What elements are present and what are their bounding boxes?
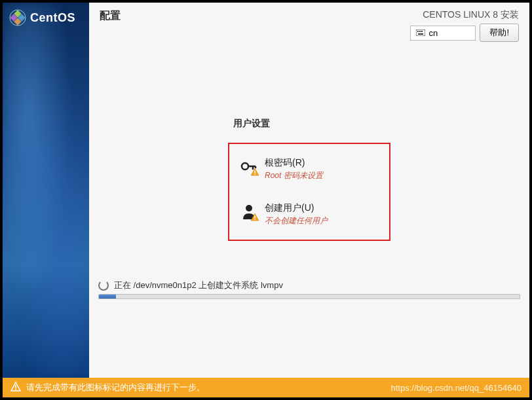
svg-point-13 — [246, 205, 252, 211]
svg-rect-7 — [419, 31, 421, 32]
create-user-title: 创建用户(U) — [265, 202, 373, 214]
svg-rect-6 — [417, 31, 419, 32]
warning-bar: 请先完成带有此图标标记的内容再进行下一步。 https://blog.csdn.… — [3, 378, 529, 397]
warning-text: 请先完成带有此图标标记的内容再进行下一步。 — [26, 382, 205, 393]
user-settings-heading: 用户设置 — [228, 118, 390, 130]
svg-rect-12 — [254, 174, 255, 175]
warning-badge-icon — [250, 213, 259, 222]
center-area: 用户设置 根密码(R) — [89, 46, 529, 280]
root-password-title: 根密码(R) — [265, 157, 373, 169]
warning-triangle-icon — [10, 382, 21, 394]
user-icon — [240, 202, 258, 221]
svg-rect-11 — [254, 171, 255, 173]
svg-rect-15 — [254, 219, 255, 220]
root-password-spoke[interactable]: 根密码(R) Root 密码未设置 — [240, 155, 373, 184]
svg-point-10 — [242, 163, 248, 170]
page-title: 配置 — [100, 9, 121, 23]
content-area: 配置 CENTOS LINUX 8 安装 cn 帮助! — [89, 3, 529, 378]
warning-badge-icon — [250, 168, 259, 177]
svg-rect-9 — [418, 33, 423, 35]
watermark-text: https://blog.csdn.net/qq_46154640 — [391, 383, 522, 393]
topbar: 配置 CENTOS LINUX 8 安装 cn 帮助! — [89, 3, 529, 46]
svg-rect-5 — [416, 29, 425, 36]
centos-logo-icon — [9, 9, 26, 26]
svg-rect-16 — [15, 385, 16, 388]
spinner-icon — [98, 280, 109, 291]
keyboard-layout-code: cn — [428, 28, 438, 38]
keyboard-icon — [416, 28, 425, 38]
key-icon — [240, 157, 258, 175]
progress-text: 正在 /dev/nvme0n1p2 上创建文件系统 lvmpv — [114, 280, 283, 291]
user-settings-box: 根密码(R) Root 密码未设置 — [228, 143, 390, 241]
brand-name: CentOS — [30, 11, 75, 25]
svg-rect-14 — [254, 216, 255, 219]
svg-rect-17 — [15, 389, 16, 390]
progress-bar — [98, 294, 520, 299]
create-user-status: 不会创建任何用户 — [265, 215, 373, 227]
root-password-status: Root 密码未设置 — [265, 170, 373, 181]
help-button[interactable]: 帮助! — [480, 24, 519, 42]
keyboard-layout-selector[interactable]: cn — [410, 26, 476, 41]
svg-rect-8 — [421, 31, 423, 32]
progress-fill — [99, 295, 116, 299]
brand: CentOS — [9, 9, 75, 26]
install-title: CENTOS LINUX 8 安装 — [410, 9, 519, 21]
sidebar: CentOS — [3, 3, 89, 378]
progress-area: 正在 /dev/nvme0n1p2 上创建文件系统 lvmpv — [89, 280, 529, 378]
create-user-spoke[interactable]: 创建用户(U) 不会创建任何用户 — [240, 200, 373, 229]
